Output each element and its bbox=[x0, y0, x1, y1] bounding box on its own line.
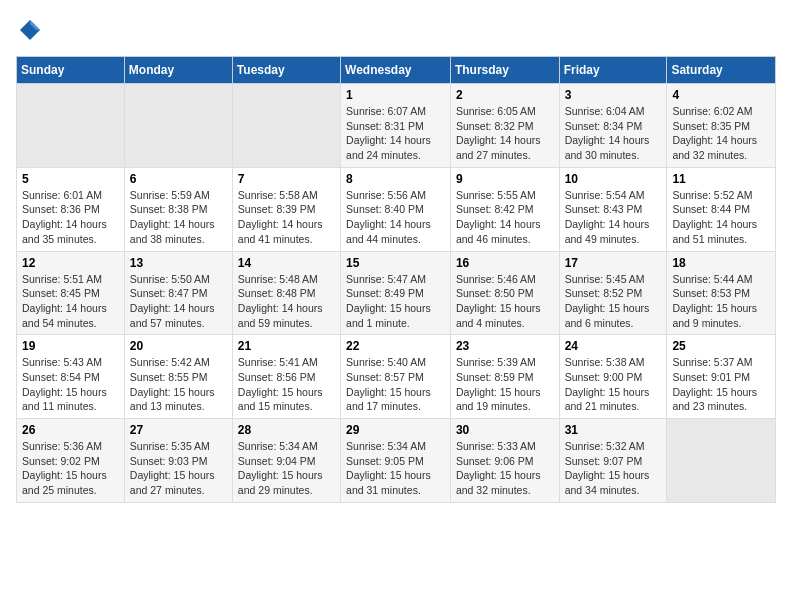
calendar-cell: 9Sunrise: 5:55 AMSunset: 8:42 PMDaylight… bbox=[450, 167, 559, 251]
header-row: SundayMondayTuesdayWednesdayThursdayFrid… bbox=[17, 57, 776, 84]
day-number: 23 bbox=[456, 339, 554, 353]
day-number: 12 bbox=[22, 256, 119, 270]
calendar-cell: 28Sunrise: 5:34 AMSunset: 9:04 PMDayligh… bbox=[232, 419, 340, 503]
day-number: 17 bbox=[565, 256, 662, 270]
calendar-week-row: 12Sunrise: 5:51 AMSunset: 8:45 PMDayligh… bbox=[17, 251, 776, 335]
calendar-cell bbox=[667, 419, 776, 503]
calendar-cell: 16Sunrise: 5:46 AMSunset: 8:50 PMDayligh… bbox=[450, 251, 559, 335]
day-info: Sunrise: 6:04 AMSunset: 8:34 PMDaylight:… bbox=[565, 104, 662, 163]
day-number: 20 bbox=[130, 339, 227, 353]
day-info: Sunrise: 6:07 AMSunset: 8:31 PMDaylight:… bbox=[346, 104, 445, 163]
calendar-cell: 20Sunrise: 5:42 AMSunset: 8:55 PMDayligh… bbox=[124, 335, 232, 419]
day-info: Sunrise: 5:52 AMSunset: 8:44 PMDaylight:… bbox=[672, 188, 770, 247]
day-info: Sunrise: 5:50 AMSunset: 8:47 PMDaylight:… bbox=[130, 272, 227, 331]
day-number: 26 bbox=[22, 423, 119, 437]
calendar-header: SundayMondayTuesdayWednesdayThursdayFrid… bbox=[17, 57, 776, 84]
day-info: Sunrise: 6:01 AMSunset: 8:36 PMDaylight:… bbox=[22, 188, 119, 247]
calendar-cell bbox=[124, 84, 232, 168]
day-info: Sunrise: 5:36 AMSunset: 9:02 PMDaylight:… bbox=[22, 439, 119, 498]
day-info: Sunrise: 5:59 AMSunset: 8:38 PMDaylight:… bbox=[130, 188, 227, 247]
calendar-cell: 2Sunrise: 6:05 AMSunset: 8:32 PMDaylight… bbox=[450, 84, 559, 168]
calendar-cell: 10Sunrise: 5:54 AMSunset: 8:43 PMDayligh… bbox=[559, 167, 667, 251]
day-number: 3 bbox=[565, 88, 662, 102]
day-info: Sunrise: 5:42 AMSunset: 8:55 PMDaylight:… bbox=[130, 355, 227, 414]
day-number: 9 bbox=[456, 172, 554, 186]
logo-icon bbox=[16, 16, 44, 44]
calendar-cell: 13Sunrise: 5:50 AMSunset: 8:47 PMDayligh… bbox=[124, 251, 232, 335]
calendar-cell: 31Sunrise: 5:32 AMSunset: 9:07 PMDayligh… bbox=[559, 419, 667, 503]
day-info: Sunrise: 5:51 AMSunset: 8:45 PMDaylight:… bbox=[22, 272, 119, 331]
calendar-cell: 18Sunrise: 5:44 AMSunset: 8:53 PMDayligh… bbox=[667, 251, 776, 335]
day-info: Sunrise: 5:54 AMSunset: 8:43 PMDaylight:… bbox=[565, 188, 662, 247]
calendar-cell: 30Sunrise: 5:33 AMSunset: 9:06 PMDayligh… bbox=[450, 419, 559, 503]
day-info: Sunrise: 5:47 AMSunset: 8:49 PMDaylight:… bbox=[346, 272, 445, 331]
calendar-week-row: 19Sunrise: 5:43 AMSunset: 8:54 PMDayligh… bbox=[17, 335, 776, 419]
calendar-cell: 5Sunrise: 6:01 AMSunset: 8:36 PMDaylight… bbox=[17, 167, 125, 251]
calendar-cell: 21Sunrise: 5:41 AMSunset: 8:56 PMDayligh… bbox=[232, 335, 340, 419]
day-info: Sunrise: 5:34 AMSunset: 9:05 PMDaylight:… bbox=[346, 439, 445, 498]
day-number: 22 bbox=[346, 339, 445, 353]
calendar-cell: 7Sunrise: 5:58 AMSunset: 8:39 PMDaylight… bbox=[232, 167, 340, 251]
day-number: 5 bbox=[22, 172, 119, 186]
day-info: Sunrise: 5:39 AMSunset: 8:59 PMDaylight:… bbox=[456, 355, 554, 414]
calendar-cell bbox=[232, 84, 340, 168]
calendar-cell: 11Sunrise: 5:52 AMSunset: 8:44 PMDayligh… bbox=[667, 167, 776, 251]
day-info: Sunrise: 5:32 AMSunset: 9:07 PMDaylight:… bbox=[565, 439, 662, 498]
calendar-week-row: 1Sunrise: 6:07 AMSunset: 8:31 PMDaylight… bbox=[17, 84, 776, 168]
calendar-cell: 29Sunrise: 5:34 AMSunset: 9:05 PMDayligh… bbox=[341, 419, 451, 503]
calendar-cell: 25Sunrise: 5:37 AMSunset: 9:01 PMDayligh… bbox=[667, 335, 776, 419]
day-info: Sunrise: 5:45 AMSunset: 8:52 PMDaylight:… bbox=[565, 272, 662, 331]
calendar-cell: 17Sunrise: 5:45 AMSunset: 8:52 PMDayligh… bbox=[559, 251, 667, 335]
day-info: Sunrise: 5:41 AMSunset: 8:56 PMDaylight:… bbox=[238, 355, 335, 414]
day-number: 8 bbox=[346, 172, 445, 186]
day-info: Sunrise: 5:44 AMSunset: 8:53 PMDaylight:… bbox=[672, 272, 770, 331]
day-info: Sunrise: 5:35 AMSunset: 9:03 PMDaylight:… bbox=[130, 439, 227, 498]
calendar-table: SundayMondayTuesdayWednesdayThursdayFrid… bbox=[16, 56, 776, 503]
calendar-cell: 12Sunrise: 5:51 AMSunset: 8:45 PMDayligh… bbox=[17, 251, 125, 335]
day-number: 10 bbox=[565, 172, 662, 186]
calendar-cell: 26Sunrise: 5:36 AMSunset: 9:02 PMDayligh… bbox=[17, 419, 125, 503]
day-number: 31 bbox=[565, 423, 662, 437]
day-info: Sunrise: 6:02 AMSunset: 8:35 PMDaylight:… bbox=[672, 104, 770, 163]
calendar-cell: 24Sunrise: 5:38 AMSunset: 9:00 PMDayligh… bbox=[559, 335, 667, 419]
day-number: 24 bbox=[565, 339, 662, 353]
day-info: Sunrise: 5:56 AMSunset: 8:40 PMDaylight:… bbox=[346, 188, 445, 247]
day-info: Sunrise: 5:37 AMSunset: 9:01 PMDaylight:… bbox=[672, 355, 770, 414]
calendar-cell: 19Sunrise: 5:43 AMSunset: 8:54 PMDayligh… bbox=[17, 335, 125, 419]
weekday-header: Saturday bbox=[667, 57, 776, 84]
day-number: 14 bbox=[238, 256, 335, 270]
weekday-header: Tuesday bbox=[232, 57, 340, 84]
day-number: 1 bbox=[346, 88, 445, 102]
day-number: 16 bbox=[456, 256, 554, 270]
weekday-header: Wednesday bbox=[341, 57, 451, 84]
day-number: 11 bbox=[672, 172, 770, 186]
calendar-cell bbox=[17, 84, 125, 168]
day-info: Sunrise: 5:46 AMSunset: 8:50 PMDaylight:… bbox=[456, 272, 554, 331]
page-header bbox=[16, 16, 776, 44]
calendar-cell: 4Sunrise: 6:02 AMSunset: 8:35 PMDaylight… bbox=[667, 84, 776, 168]
day-number: 27 bbox=[130, 423, 227, 437]
calendar-cell: 22Sunrise: 5:40 AMSunset: 8:57 PMDayligh… bbox=[341, 335, 451, 419]
day-number: 4 bbox=[672, 88, 770, 102]
day-number: 29 bbox=[346, 423, 445, 437]
day-number: 2 bbox=[456, 88, 554, 102]
calendar-week-row: 26Sunrise: 5:36 AMSunset: 9:02 PMDayligh… bbox=[17, 419, 776, 503]
day-number: 25 bbox=[672, 339, 770, 353]
calendar-body: 1Sunrise: 6:07 AMSunset: 8:31 PMDaylight… bbox=[17, 84, 776, 503]
calendar-cell: 8Sunrise: 5:56 AMSunset: 8:40 PMDaylight… bbox=[341, 167, 451, 251]
day-number: 21 bbox=[238, 339, 335, 353]
day-number: 13 bbox=[130, 256, 227, 270]
calendar-cell: 15Sunrise: 5:47 AMSunset: 8:49 PMDayligh… bbox=[341, 251, 451, 335]
calendar-cell: 14Sunrise: 5:48 AMSunset: 8:48 PMDayligh… bbox=[232, 251, 340, 335]
calendar-week-row: 5Sunrise: 6:01 AMSunset: 8:36 PMDaylight… bbox=[17, 167, 776, 251]
day-info: Sunrise: 5:40 AMSunset: 8:57 PMDaylight:… bbox=[346, 355, 445, 414]
day-number: 7 bbox=[238, 172, 335, 186]
day-number: 28 bbox=[238, 423, 335, 437]
calendar-cell: 23Sunrise: 5:39 AMSunset: 8:59 PMDayligh… bbox=[450, 335, 559, 419]
day-info: Sunrise: 5:33 AMSunset: 9:06 PMDaylight:… bbox=[456, 439, 554, 498]
day-number: 6 bbox=[130, 172, 227, 186]
weekday-header: Friday bbox=[559, 57, 667, 84]
weekday-header: Monday bbox=[124, 57, 232, 84]
day-info: Sunrise: 5:38 AMSunset: 9:00 PMDaylight:… bbox=[565, 355, 662, 414]
calendar-cell: 1Sunrise: 6:07 AMSunset: 8:31 PMDaylight… bbox=[341, 84, 451, 168]
